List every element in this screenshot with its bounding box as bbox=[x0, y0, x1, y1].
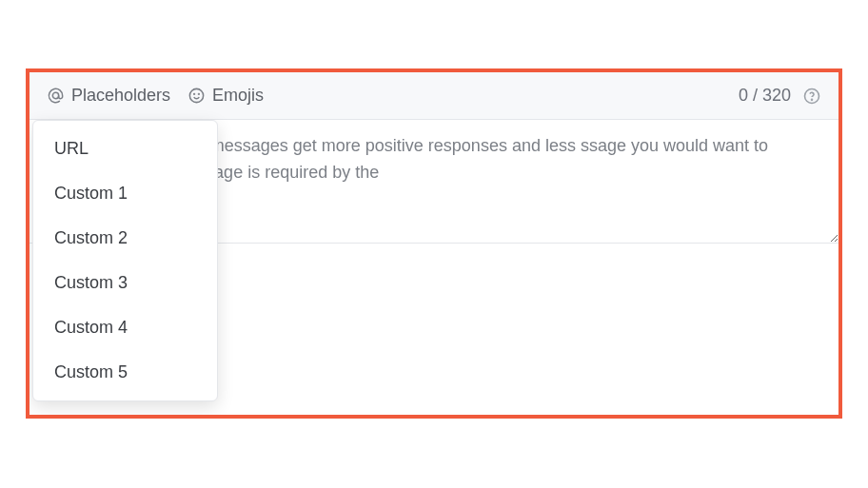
dropdown-item-label: Custom 4 bbox=[54, 318, 128, 337]
editor-toolbar: Placeholders Emojis 0 / 320 bbox=[30, 72, 838, 120]
dropdown-item-custom3[interactable]: Custom 3 bbox=[33, 261, 217, 305]
placeholders-dropdown: URL Custom 1 Custom 2 Custom 3 Custom 4 … bbox=[32, 120, 218, 401]
svg-point-3 bbox=[199, 94, 200, 95]
svg-point-2 bbox=[194, 94, 195, 95]
svg-point-5 bbox=[812, 99, 813, 100]
dropdown-item-custom2[interactable]: Custom 2 bbox=[33, 216, 217, 261]
svg-point-0 bbox=[52, 92, 58, 98]
dropdown-item-custom1[interactable]: Custom 1 bbox=[33, 171, 217, 216]
placeholders-label: Placeholders bbox=[71, 86, 170, 106]
dropdown-item-label: Custom 1 bbox=[54, 184, 128, 203]
at-icon bbox=[47, 87, 65, 105]
char-counter: 0 / 320 bbox=[739, 86, 791, 106]
emojis-button[interactable]: Emojis bbox=[187, 86, 264, 106]
dropdown-item-url[interactable]: URL bbox=[33, 127, 217, 171]
help-icon[interactable] bbox=[802, 87, 821, 106]
dropdown-item-custom5[interactable]: Custom 5 bbox=[33, 350, 217, 395]
smile-icon bbox=[187, 87, 206, 105]
svg-point-1 bbox=[189, 88, 203, 102]
editor-frame: Placeholders Emojis 0 / 320 bbox=[26, 68, 842, 419]
dropdown-item-label: Custom 3 bbox=[54, 273, 128, 292]
toolbar-right: 0 / 320 bbox=[739, 86, 821, 106]
dropdown-item-custom4[interactable]: Custom 4 bbox=[33, 305, 217, 350]
dropdown-item-label: Custom 5 bbox=[54, 362, 128, 381]
dropdown-item-label: URL bbox=[54, 139, 89, 158]
emojis-label: Emojis bbox=[212, 86, 264, 106]
dropdown-item-label: Custom 2 bbox=[54, 228, 128, 247]
placeholders-button[interactable]: Placeholders bbox=[47, 86, 170, 106]
